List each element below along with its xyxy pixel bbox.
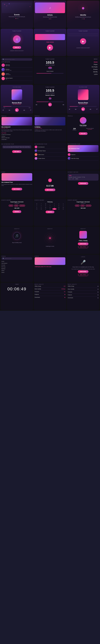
artist-ali[interactable]: Ali Larter: [1, 264, 32, 266]
see-lyrics-button-2[interactable]: SEE LYRICS: [78, 274, 88, 276]
track-avatar-3: [35, 153, 37, 156]
signup-button[interactable]: SIGN UP: [13, 46, 21, 49]
cal-18[interactable]: 18: [48, 208, 52, 210]
wave-1: [48, 67, 49, 68]
login-account-link[interactable]: ALREADY HAVE AN ACCOUNT?: [76, 48, 90, 48]
cal-12[interactable]: 12: [52, 206, 57, 208]
artist-genre-1: Pop / R&B: [6, 66, 10, 66]
search-button-2[interactable]: SEARCH: [46, 211, 54, 213]
cal-14[interactable]: 14: [61, 206, 65, 208]
volume-bar[interactable]: [36, 73, 64, 74]
artist-shania1[interactable]: Shania: [1, 270, 32, 272]
tap-identify-button[interactable]: 🎵: [13, 232, 21, 240]
cal-20[interactable]: 20: [57, 208, 61, 210]
repeat-btn[interactable]: ↺: [30, 109, 31, 111]
cal-2[interactable]: 2: [39, 205, 43, 206]
nearby-location-2: Copenhagen, Denmark: [77, 201, 90, 202]
radio-next[interactable]: ⏭: [63, 104, 64, 106]
tag-indie[interactable]: INDIE: [9, 205, 13, 206]
cal-21[interactable]: 21: [61, 208, 65, 210]
next-btn[interactable]: ⏭: [23, 109, 25, 111]
artist-item-4[interactable]: Britney Spears Pop: [1, 76, 32, 81]
nav-events[interactable]: Events: [68, 68, 98, 70]
wave-3: [49, 67, 50, 68]
album-img-2: [78, 89, 89, 100]
radio-prev[interactable]: ⏮: [36, 104, 37, 106]
cal-17[interactable]: 17: [43, 208, 48, 210]
cal-11[interactable]: 11: [48, 206, 52, 208]
cal-5[interactable]: 5: [52, 205, 57, 206]
cal-8[interactable]: 8: [35, 206, 39, 208]
dot-2: [83, 18, 84, 19]
divider-q2-4: [68, 296, 99, 296]
artist-alec[interactable]: Alec Benjamin: [1, 262, 32, 264]
artist-item-2[interactable]: Eminem Hip-Hop / Rap: [1, 68, 32, 72]
play-btn-2[interactable]: ▶: [81, 107, 85, 111]
cal-9[interactable]: 9: [39, 206, 43, 208]
buy-ticket-button-1[interactable]: BUY TICKET: [11, 188, 22, 190]
search-bar[interactable]: 🔍 Search for music, artists...: [1, 58, 32, 61]
track-3[interactable]: Saffie Simon: [35, 153, 65, 156]
tour-artist-2[interactable]: Beat Slim Study: [68, 156, 99, 160]
track-2[interactable]: Brendan Falson: [35, 149, 65, 153]
tag-hiphop[interactable]: HIP HOP: [19, 205, 25, 206]
play-btn-1[interactable]: ▶: [15, 108, 19, 112]
artist-bb[interactable]: B.B. King: [1, 266, 32, 268]
tag-jazz[interactable]: JAZZ: [14, 205, 18, 206]
follow-button[interactable]: FOLLOW: [79, 132, 88, 135]
tag-jazz-2[interactable]: JAZZ: [80, 205, 85, 206]
purchase-button[interactable]: PURCHASE: [78, 182, 88, 185]
artist-bigbang[interactable]: Big Bang: [1, 268, 32, 270]
tour-artist-1[interactable]: Beyonce: [68, 153, 99, 156]
cal-3[interactable]: 3: [43, 205, 48, 206]
shuffle-btn[interactable]: ⇄: [2, 109, 4, 111]
cal-7[interactable]: 7: [61, 205, 65, 206]
artist-shania2[interactable]: Shania: [1, 272, 32, 273]
track-4[interactable]: Tristian Simon: [35, 156, 65, 160]
artist-acdc[interactable]: AC/DC: [1, 260, 32, 262]
artist-item-3[interactable]: Lady G... Pop / Dance: [1, 72, 32, 76]
nav-home[interactable]: Home: [68, 61, 98, 63]
nav-lyrics[interactable]: Lyrics: [68, 73, 98, 76]
buy-ticket-button-2[interactable]: BUY TICKET: [45, 188, 55, 191]
save-song-button-1[interactable]: SAVE SONG: [78, 242, 88, 245]
cal-1[interactable]: 1: [35, 205, 39, 206]
song-progress-2[interactable]: [70, 106, 97, 106]
tag-hiphop-2[interactable]: HIP HOP: [86, 205, 92, 206]
track-1[interactable]: Die Antwoord: [35, 145, 65, 149]
cal-19[interactable]: 19: [52, 208, 57, 210]
cal-4[interactable]: 4: [48, 205, 52, 206]
repeat-btn-2[interactable]: ↺: [96, 108, 98, 110]
login-play-button[interactable]: ▶: [80, 38, 86, 44]
cal-13[interactable]: 13: [57, 206, 61, 208]
month-label: February: [47, 201, 53, 202]
cal-10[interactable]: 10: [43, 206, 48, 208]
radio-progress[interactable]: [36, 102, 64, 102]
get-info-button[interactable]: GET INFO: [12, 150, 21, 153]
cal-6[interactable]: 6: [57, 205, 61, 206]
chat-bubble: Hey, do you know about Die Antwoord? The…: [2, 146, 31, 148]
nav-radio[interactable]: FM Radio: [68, 66, 98, 68]
play-button-large[interactable]: ▶: [47, 44, 53, 50]
prev-btn-2[interactable]: ⏮: [75, 108, 77, 110]
tag-indie-2[interactable]: INDIE: [75, 205, 80, 206]
see-lyrics-button-1[interactable]: SEE LYRICS: [78, 246, 88, 248]
song-progress-1[interactable]: [3, 106, 30, 106]
prev-btn[interactable]: ⏮: [9, 109, 10, 111]
event-desc: Die Antwoord music is based on a culture…: [1, 184, 32, 186]
search-button-1[interactable]: SEARCH: [12, 210, 21, 213]
nav-player[interactable]: Player: [68, 63, 98, 66]
cal-16[interactable]: 16: [39, 208, 43, 210]
artist-item-1[interactable]: Beyonce Pop / R&B: [1, 63, 32, 68]
artist-info-4: Britney Spears Pop: [6, 78, 13, 80]
next-btn-2[interactable]: ⏭: [90, 108, 91, 110]
timer-display: 00:06:49: [7, 286, 26, 292]
radio-play[interactable]: ▶: [48, 103, 52, 106]
no-lyrics-label: LYRICS: [81, 256, 85, 257]
lyrics-search-bar[interactable]: 🔍 Search for lyrics...: [1, 257, 32, 260]
cal-15[interactable]: 15: [35, 208, 39, 210]
nav-identify[interactable]: Identify: [68, 70, 98, 73]
save-song-button-2[interactable]: SAVE SONG: [78, 270, 88, 273]
already-account-link[interactable]: ALREADY HAVE AN ACCOUNT?: [10, 50, 23, 51]
shuffle-btn-2[interactable]: ⇄: [69, 108, 70, 110]
